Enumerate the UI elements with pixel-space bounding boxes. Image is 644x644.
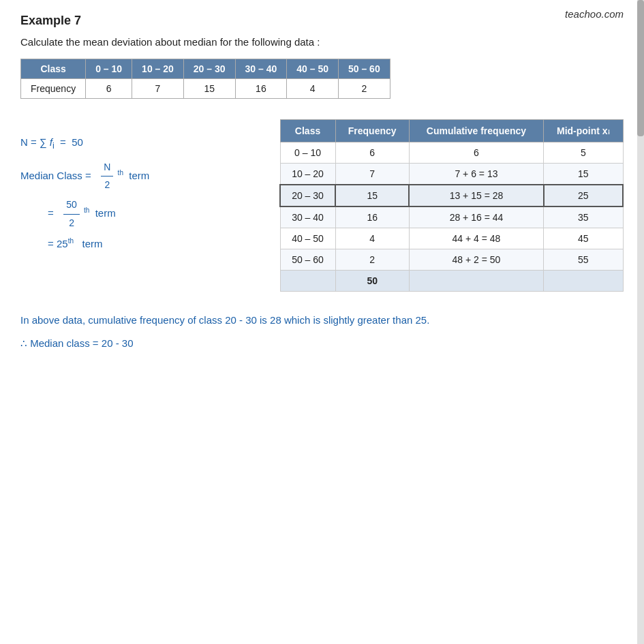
table-cell: 10 – 20 [280, 163, 335, 185]
table-cell: 0 – 10 [280, 142, 335, 163]
math-n-sum: N = ∑ fi = 50 [20, 133, 266, 154]
table-row: 0 – 10665 [280, 142, 623, 163]
top-table: Class0 – 1010 – 2020 – 3030 – 4040 – 505… [20, 59, 390, 99]
table-cell [409, 270, 543, 291]
math-equals-50-2: = 50 2 th term [20, 196, 266, 231]
top-table-header: 50 – 60 [338, 59, 390, 78]
table-cell: 4 [335, 228, 409, 249]
table-cell: 40 – 50 [280, 228, 335, 249]
top-table-cell: Frequency [21, 78, 86, 98]
table-row: 10 – 2077 + 6 = 1315 [280, 163, 623, 185]
top-table-cell: 15 [183, 78, 235, 98]
table-cell: 30 – 40 [280, 206, 335, 228]
top-table-cell: 7 [132, 78, 184, 98]
main-table: ClassFrequencyCumulative frequencyMid-po… [279, 119, 624, 292]
table-cell: 48 + 2 = 50 [409, 249, 543, 270]
table-cell: 15 [335, 185, 409, 206]
top-table-header: 40 – 50 [287, 59, 339, 78]
table-cell: 16 [335, 206, 409, 228]
top-table-wrapper: Class0 – 1010 – 2020 – 3030 – 4040 – 505… [20, 59, 624, 99]
table-cell: 45 [544, 228, 623, 249]
table-cell: 7 [335, 163, 409, 185]
scrollbar[interactable] [637, 0, 644, 644]
table-cell [544, 270, 623, 291]
table-cell: 5 [544, 142, 623, 163]
top-table-header: 0 – 10 [86, 59, 132, 78]
right-panel: ClassFrequencyCumulative frequencyMid-po… [279, 119, 624, 292]
top-table-header: 30 – 40 [235, 59, 287, 78]
question-text: Calculate the mean deviation about media… [20, 35, 624, 50]
bottom-paragraph: In above data, cumulative frequency of c… [20, 312, 624, 328]
table-cell: 28 + 16 = 44 [409, 206, 543, 228]
example-title: Example 7 [20, 14, 624, 28]
table-cell: 13 + 15 = 28 [409, 185, 543, 206]
table-cell: 6 [409, 142, 543, 163]
total-row: 50 [280, 270, 623, 291]
table-cell: 44 + 4 = 48 [409, 228, 543, 249]
top-table-cell: 2 [338, 78, 390, 98]
table-row: 30 – 401628 + 16 = 4435 [280, 206, 623, 228]
top-table-header: Class [21, 59, 86, 78]
top-table-header: 20 – 30 [183, 59, 235, 78]
brand-label: teachoo.com [565, 8, 624, 20]
math-equals-25th: = 25th term [20, 234, 266, 253]
table-cell: 2 [335, 249, 409, 270]
bottom-conclusion: ∴ Median class = 20 - 30 [20, 335, 624, 352]
top-table-cell: 16 [235, 78, 287, 98]
table-cell: 20 – 30 [280, 185, 335, 206]
table-row: 50 – 60248 + 2 = 5055 [280, 249, 623, 270]
main-table-header: Class [280, 119, 335, 142]
top-table-header: 10 – 20 [132, 59, 184, 78]
table-row: 20 – 301513 + 15 = 2825 [280, 185, 623, 206]
scroll-thumb[interactable] [637, 0, 644, 136]
main-table-header: Cumulative frequency [409, 119, 543, 142]
table-cell: 7 + 6 = 13 [409, 163, 543, 185]
main-table-header: Mid-point xᵢ [544, 119, 623, 142]
top-table-cell: 4 [287, 78, 339, 98]
top-table-cell: 6 [86, 78, 132, 98]
table-cell: 50 – 60 [280, 249, 335, 270]
table-cell: 15 [544, 163, 623, 185]
table-cell: 6 [335, 142, 409, 163]
table-cell: 55 [544, 249, 623, 270]
main-content: N = ∑ fi = 50 Median Class = N 2 th term… [20, 119, 624, 292]
math-median-class: Median Class = N 2 th term [20, 159, 266, 194]
table-cell: 35 [544, 206, 623, 228]
table-cell: 25 [544, 185, 623, 206]
main-table-header: Frequency [335, 119, 409, 142]
left-panel: N = ∑ fi = 50 Median Class = N 2 th term… [20, 119, 266, 292]
total-freq: 50 [335, 270, 409, 291]
table-row: 40 – 50444 + 4 = 4845 [280, 228, 623, 249]
table-cell [280, 270, 335, 291]
